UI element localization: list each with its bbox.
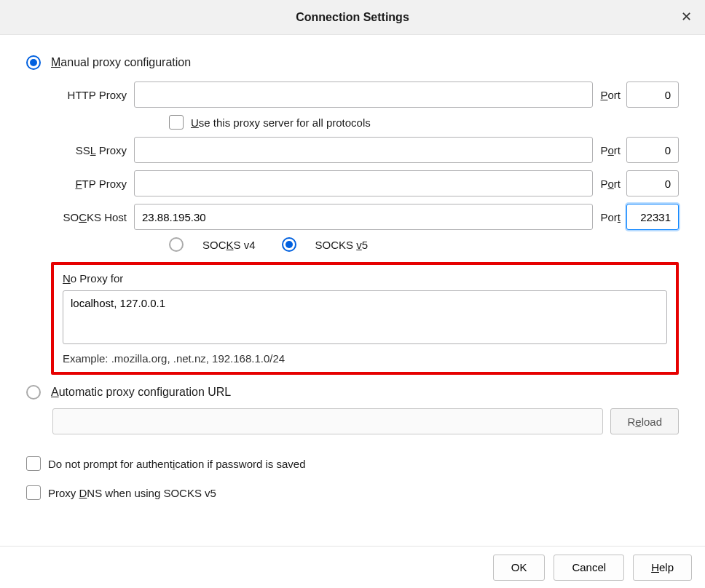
auto-proxy-label: Automatic proxy configuration URL [51,386,231,399]
ftp-port-input[interactable] [626,170,679,196]
socks-version-row: SOCKS v4 SOCKS v5 [169,237,679,252]
proxy-dns-label: Proxy DNS when using SOCKS v5 [48,487,216,499]
manual-proxy-radio[interactable] [26,55,41,70]
dialog-title: Connection Settings [296,11,409,24]
socks-host-input[interactable] [134,204,593,230]
cancel-button[interactable]: Cancel [554,555,624,581]
socks-v4-radio[interactable] [169,237,184,252]
scroll-area[interactable]: Manual proxy configuration HTTP Proxy Po… [0,35,705,546]
reload-button[interactable]: Reload [610,408,679,434]
http-proxy-row: HTTP Proxy Port [55,82,679,108]
dialog-footer: OK Cancel Help [0,546,705,588]
no-proxy-label: No Proxy for [63,272,667,285]
ftp-proxy-row: FTP Proxy Port [55,170,679,196]
content: Manual proxy configuration HTTP Proxy Po… [0,35,705,546]
socks-v5-radio[interactable] [282,237,296,252]
ssl-port-input[interactable] [626,137,679,163]
ssl-proxy-input[interactable] [134,137,593,163]
no-prompt-checkbox[interactable] [26,456,41,471]
use-all-protocols-checkbox[interactable] [169,115,184,130]
manual-proxy-label: Manual proxy configuration [51,56,191,69]
titlebar: Connection Settings ✕ [0,0,705,35]
http-proxy-label: HTTP Proxy [55,89,134,101]
no-proxy-section: No Proxy for Example: .mozilla.org, .net… [51,262,679,375]
proxy-dns-checkbox[interactable] [26,485,41,500]
auto-proxy-radio-row: Automatic proxy configuration URL [26,385,679,400]
no-proxy-example: Example: .mozilla.org, .net.nz, 192.168.… [63,352,667,365]
no-prompt-row: Do not prompt for authentication if pass… [26,456,679,471]
ssl-port-label: Port [593,144,626,156]
proxy-dns-row: Proxy DNS when using SOCKS v5 [26,485,679,500]
bottom-options: Do not prompt for authentication if pass… [26,456,679,500]
socks-host-label: SOCKS Host [55,211,134,223]
ok-button[interactable]: OK [493,555,546,581]
ssl-proxy-label: SSL Proxy [55,144,134,156]
ssl-proxy-row: SSL Proxy Port [55,137,679,163]
auto-proxy-url-row: Reload [52,408,679,434]
proxy-fields: HTTP Proxy Port Use this proxy server fo… [55,82,679,252]
ftp-port-label: Port [593,178,626,190]
ftp-proxy-input[interactable] [134,170,593,196]
auto-proxy-url-input[interactable] [52,408,603,434]
socks-host-row: SOCKS Host Port [55,204,679,230]
http-port-label: Port [593,89,626,101]
socks-v5-label: SOCKS v5 [315,239,369,251]
ftp-proxy-label: FTP Proxy [55,178,134,190]
no-proxy-textarea[interactable] [63,290,667,344]
http-port-input[interactable] [626,82,679,108]
manual-proxy-radio-row: Manual proxy configuration [26,55,679,70]
auto-proxy-radio[interactable] [26,385,41,400]
use-all-protocols-label: Use this proxy server for all protocols [191,116,371,129]
connection-settings-dialog: Connection Settings ✕ Manual proxy confi… [0,0,705,588]
use-all-protocols-row: Use this proxy server for all protocols [169,115,679,130]
socks-port-input[interactable] [626,204,679,230]
http-proxy-input[interactable] [134,82,593,108]
close-icon[interactable]: ✕ [681,10,692,23]
socks-port-label: Port [593,211,626,223]
no-prompt-label: Do not prompt for authentication if pass… [48,458,306,470]
help-button[interactable]: Help [633,555,692,581]
socks-v4-label: SOCKS v4 [202,239,256,251]
